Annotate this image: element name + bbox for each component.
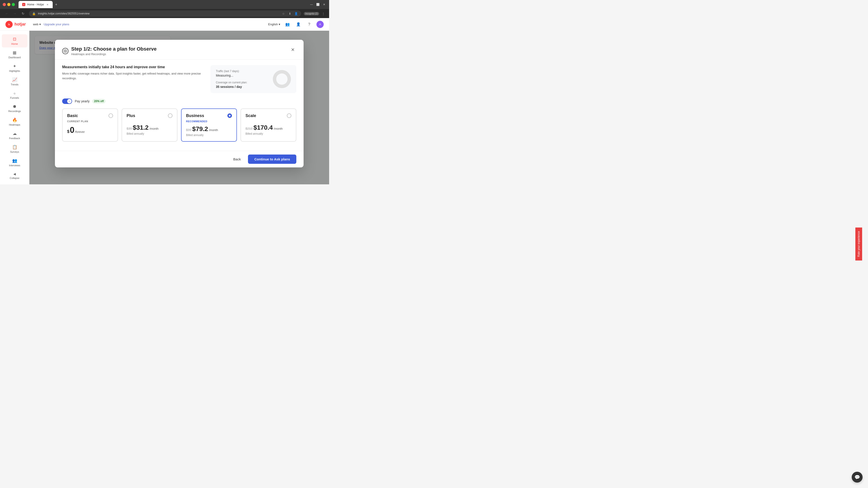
sidebar-item-funnels[interactable]: ⬦ Funnels	[2, 89, 27, 101]
plan-card-scale[interactable]: Scale $213 $170.4 /month Billed annually	[241, 108, 296, 142]
web-dropdown[interactable]: web ▾	[31, 22, 43, 27]
observe-icon	[62, 48, 68, 54]
people-icon-button[interactable]: 👥	[284, 21, 291, 28]
plan-card-business[interactable]: Business Recommended $99 $79.2 /month	[181, 108, 237, 142]
toggle-check-icon: ✓	[68, 100, 70, 103]
price-dollar-basic: $	[67, 129, 69, 134]
plan-radio-plus[interactable]	[168, 113, 173, 118]
sidebar-item-feedback[interactable]: ☁ Feedback	[2, 129, 27, 142]
collapse-label: Collapse	[10, 177, 20, 180]
scale-original-price: $213	[246, 127, 252, 130]
coverage-value: 35 sessions / day	[216, 85, 247, 89]
plan-radio-scale[interactable]	[287, 113, 291, 118]
info-text: Measurements initially take 24 hours and…	[62, 65, 205, 93]
profile-icon[interactable]: 👤	[294, 11, 298, 16]
window-close[interactable]	[3, 3, 6, 6]
surveys-icon: 📋	[12, 144, 17, 150]
dashboard-icon: ▦	[13, 50, 17, 55]
info-body: More traffic coverage means richer data.…	[62, 71, 205, 81]
plan-modal: Step 1/2: Choose a plan for Observe Heat…	[55, 40, 304, 167]
sidebar-collapse[interactable]: ◀ Collapse	[0, 169, 29, 182]
feedback-icon: ☁	[13, 131, 17, 136]
close-icon[interactable]: ✕	[322, 2, 327, 7]
active-tab[interactable]: H Home - Hotjar ✕	[19, 1, 53, 8]
forward-nav-button[interactable]: →	[12, 10, 18, 17]
window-minimize[interactable]	[7, 3, 10, 6]
sidebar-label-highlights: Highlights	[9, 70, 20, 72]
url-bar[interactable]: 🔒 insights.hotjar.com/sites/3825551/over…	[29, 10, 301, 17]
info-banner: Measurements initially take 24 hours and…	[62, 65, 296, 93]
plan-header-basic: Basic	[67, 113, 113, 118]
header-right: English ▾ 👥 👤 ? A	[268, 21, 324, 28]
help-button[interactable]: ?	[306, 21, 313, 28]
language-selector[interactable]: English ▾	[268, 23, 280, 26]
sidebar-item-trends[interactable]: 📈 Trends	[2, 75, 27, 88]
sidebar-item-interviews[interactable]: 👥 Interviews	[2, 156, 27, 169]
plan-price-scale: $213 $170.4 /month	[246, 124, 291, 131]
plan-radio-basic[interactable]	[108, 113, 113, 118]
user-settings-button[interactable]: 👤	[295, 21, 302, 28]
plan-header-scale: Scale	[246, 113, 291, 118]
modal-subtitle: Heatmaps and Recordings	[71, 53, 157, 56]
content-area: Website content feedback survey Does you…	[29, 31, 329, 184]
sidebar-item-highlights[interactable]: ✦ Highlights	[2, 61, 27, 74]
svg-point-3	[65, 51, 66, 52]
hotjar-logo[interactable]: h hotjar	[5, 21, 26, 28]
browser-chrome: H Home - Hotjar ✕ + — ⬜ ✕	[0, 0, 329, 9]
sidebar-label-funnels: Funnels	[10, 96, 19, 99]
sidebar-item-heatmaps[interactable]: 🔥 Heatmaps	[2, 115, 27, 128]
tab-close-button[interactable]: ✕	[46, 3, 49, 6]
sidebar-label-feedback: Feedback	[9, 137, 20, 140]
plan-card-basic[interactable]: Basic CURRENT PLAN $ 0 /forever	[62, 108, 118, 142]
menu-icon[interactable]: ⋮	[321, 11, 326, 16]
sidebar-item-surveys[interactable]: 📋 Surveys	[2, 142, 27, 156]
sidebar-item-home[interactable]: ⊡ Home	[2, 34, 27, 47]
minimize-icon[interactable]: —	[309, 2, 314, 7]
plan-name-plus: Plus	[127, 113, 135, 118]
traffic-chart-inner	[276, 73, 287, 85]
back-button[interactable]: Back	[230, 155, 244, 163]
recordings-icon: ⏺	[13, 104, 17, 109]
sidebar-item-dashboard[interactable]: ▦ Dashboard	[2, 48, 27, 61]
traffic-info: Traffic (last 7 days): Measuring... Cove…	[216, 70, 247, 89]
plan-radio-business[interactable]	[227, 113, 232, 118]
restore-icon[interactable]: ⬜	[315, 2, 320, 7]
url-action-icons: ☆ ⬇ 👤	[281, 11, 298, 16]
user-avatar[interactable]: A	[316, 21, 324, 28]
back-nav-button[interactable]: ←	[4, 10, 10, 17]
discount-badge: 20% off	[92, 99, 105, 103]
language-label: English	[268, 23, 278, 26]
incognito-badge: Incognito (2)	[304, 12, 319, 15]
pay-yearly-toggle[interactable]: ✓	[62, 98, 72, 104]
funnels-icon: ⬦	[13, 91, 16, 96]
plus-original-price: $39	[127, 127, 132, 130]
logo-icon: h	[5, 21, 13, 28]
modal-title: Step 1/2: Choose a plan for Observe	[71, 46, 157, 52]
download-icon[interactable]: ⬇	[287, 11, 292, 16]
app-container: h hotjar web ▾ Upgrade your plans Englis…	[0, 18, 329, 184]
plans-grid: Basic CURRENT PLAN $ 0 /forever	[62, 108, 296, 142]
modal-close-button[interactable]: ✕	[289, 46, 296, 53]
tab-favicon: H	[22, 3, 25, 6]
plan-card-plus[interactable]: Plus $39 $31.2 /month Billed annually	[122, 108, 178, 142]
modal-header: Step 1/2: Choose a plan for Observe Heat…	[55, 40, 304, 60]
plan-tag-plus-spacer	[127, 120, 173, 124]
toggle-thumb: ✓	[67, 99, 72, 103]
upgrade-link[interactable]: Upgrade your plans	[43, 23, 69, 26]
url-text: insights.hotjar.com/sites/3825551/overvi…	[38, 12, 90, 15]
continue-button[interactable]: Continue to Ask plans	[248, 155, 296, 164]
language-chevron-icon: ▾	[279, 23, 280, 26]
window-maximize[interactable]	[12, 3, 15, 6]
coverage-label: Coverage on current plan:	[216, 81, 247, 84]
plus-price: $31.2	[133, 124, 149, 131]
reload-button[interactable]: ↻	[20, 10, 26, 17]
star-icon[interactable]: ☆	[281, 11, 286, 16]
tab-title: Home - Hotjar	[27, 3, 44, 6]
modal-overlay: Step 1/2: Choose a plan for Observe Heat…	[29, 31, 329, 184]
new-tab-button[interactable]: +	[54, 2, 59, 7]
plan-header-plus: Plus	[127, 113, 173, 118]
plan-price-basic: $ 0 /forever	[67, 125, 113, 135]
sidebar-item-recordings[interactable]: ⏺ Recordings	[2, 102, 27, 115]
traffic-chart	[273, 70, 291, 88]
sidebar-label-trends: Trends	[11, 83, 19, 86]
